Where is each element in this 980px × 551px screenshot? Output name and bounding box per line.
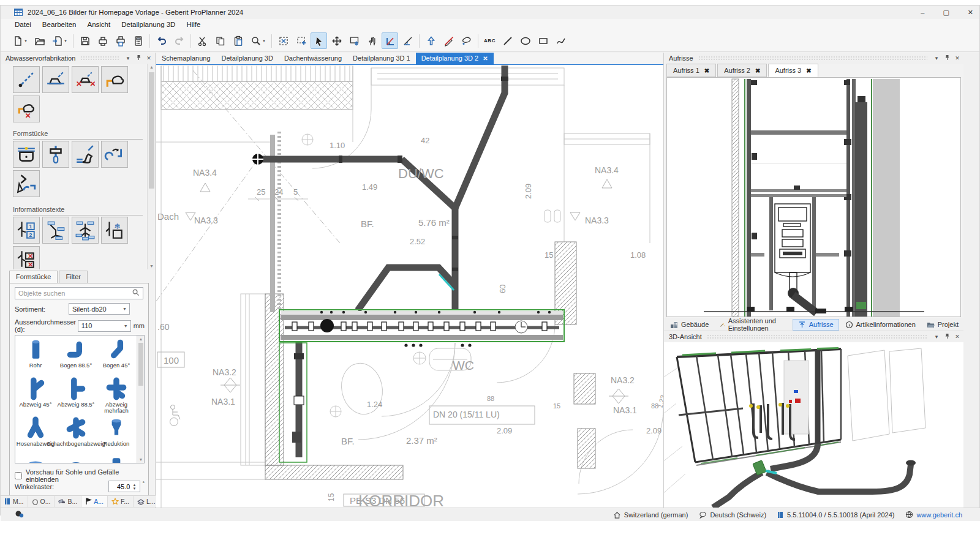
tab-detailplanung-3d-1[interactable]: Detailplanung 3D 1	[347, 53, 416, 64]
scrollbar-thumb[interactable]	[149, 72, 154, 189]
part-item-bogen-45-[interactable]: Bogen 45°	[96, 337, 137, 376]
dimension-tool-button[interactable]	[382, 32, 398, 49]
close-icon[interactable]: ✖	[806, 67, 811, 74]
part-item-drum[interactable]	[15, 454, 56, 463]
paste-button[interactable]	[230, 32, 246, 49]
pin-icon[interactable]	[943, 333, 951, 340]
close-icon[interactable]: ✕	[953, 334, 962, 340]
zoom-button[interactable]: ▾	[247, 32, 268, 49]
tab-a[interactable]: A...	[81, 496, 108, 507]
tool-trace-line-button[interactable]	[13, 66, 40, 93]
pan-sheet-button[interactable]	[346, 32, 363, 49]
status-language[interactable]: Deutsch (Schweiz)	[699, 511, 766, 519]
tool-verbindung-button[interactable]	[101, 141, 128, 168]
part-item-rohr[interactable]: Rohr	[15, 337, 56, 376]
spinner-arrows-icon[interactable]: ▲▼	[130, 483, 138, 490]
status-website-link[interactable]: www.geberit.ch	[916, 511, 962, 519]
status-website[interactable]: www.geberit.ch	[905, 511, 962, 519]
part-item-abzweig-45-[interactable]: Abzweig 45°	[15, 376, 56, 415]
diameter-select[interactable]: 110▼	[78, 320, 131, 332]
tool-duct-to-object-button[interactable]	[101, 66, 128, 93]
part-item-abzweig-mehrfach[interactable]: Abzweig mehrfach	[96, 376, 137, 415]
palette-scrollbar[interactable]: ▲ ▼	[147, 64, 155, 269]
chevron-down-icon[interactable]: ▾	[124, 55, 132, 61]
hatch-off-tool-button[interactable]	[440, 32, 457, 49]
tab-filter[interactable]: Filter	[59, 271, 87, 283]
part-item-abzweig-88-5-[interactable]: Abzweig 88.5°	[56, 376, 96, 415]
undo-button[interactable]	[153, 32, 170, 49]
polyline-tool-button[interactable]	[552, 32, 569, 49]
lasso-tool-button[interactable]	[458, 32, 475, 49]
rectangle-tool-button[interactable]	[535, 32, 551, 49]
tab-aufriss-1[interactable]: Aufriss 1✖	[666, 64, 716, 77]
scrollbar-thumb[interactable]	[138, 343, 143, 386]
copy-button[interactable]	[212, 32, 228, 49]
chevron-down-icon[interactable]: ▾	[932, 334, 941, 340]
scroll-up-icon[interactable]: ▲	[137, 337, 145, 341]
menu-detailplanung-3d[interactable]: Detailplanung 3D	[116, 20, 181, 29]
tab-o[interactable]: O...	[28, 496, 55, 507]
tab-detailplanung-3d[interactable]: Detailplanung 3D	[216, 53, 279, 64]
tab-m[interactable]: M...	[1, 496, 28, 507]
close-icon[interactable]: ✖	[704, 67, 709, 74]
tab-f[interactable]: F...	[108, 496, 134, 507]
open-button[interactable]	[31, 32, 48, 49]
scroll-down-icon[interactable]: ▼	[148, 264, 156, 268]
zoom-extents-button[interactable]	[275, 32, 292, 49]
save-button[interactable]	[77, 32, 93, 49]
tool-nummerierung-button[interactable]: 12	[13, 217, 40, 244]
tool-einzelanschluss-button[interactable]	[42, 141, 69, 168]
close-icon[interactable]: ✕	[145, 55, 153, 61]
tool-sammelanschluss-button[interactable]	[13, 141, 40, 168]
line-tool-button[interactable]	[499, 32, 516, 49]
menu-bearbeiten[interactable]: Bearbeiten	[37, 20, 82, 29]
print-button[interactable]	[94, 32, 111, 49]
panel-drag-area[interactable]	[80, 56, 119, 61]
menu-datei[interactable]: Datei	[9, 20, 37, 29]
minimize-button[interactable]: –	[921, 9, 924, 16]
ellipse-tool-button[interactable]	[517, 32, 533, 49]
tab-aufrisse[interactable]: Aufrisse	[793, 319, 839, 331]
part-item-schachtbogenabzweig[interactable]: Schachtbogenabzweig	[56, 415, 96, 454]
tool-anschlussbogen-button[interactable]	[72, 141, 99, 168]
tab-detailplanung-3d-2[interactable]: Detailplanung 3D 2✕	[416, 53, 494, 64]
menu-ansicht[interactable]: Ansicht	[81, 20, 116, 29]
tab-gebaeude[interactable]: Gebäude	[665, 320, 714, 330]
scroll-down-icon[interactable]: ▼	[137, 457, 145, 462]
plan-canvas[interactable]: 1.1042252451.49DU/WCNA3.4DachNA3.3NA3.4N…	[156, 66, 663, 508]
slope-tool-button[interactable]	[399, 32, 416, 49]
tab-aufriss-3[interactable]: Aufriss 3✖	[768, 64, 818, 77]
part-item-hosenabzweig[interactable]: Hosenabzweig	[15, 415, 56, 454]
panel-drag-area[interactable]	[707, 334, 927, 339]
tab-assistenten[interactable]: Assistenten und Einstellungen	[715, 316, 791, 333]
print-preview-button[interactable]	[112, 32, 129, 49]
tool-beschriftung-alle-button[interactable]	[72, 217, 99, 244]
tool-umlenkung-button[interactable]	[13, 170, 40, 197]
hand-tool-button[interactable]	[364, 32, 380, 49]
part-item-ring[interactable]	[56, 454, 96, 463]
tool-beschriftung-button[interactable]	[42, 217, 69, 244]
aufriss-drawing[interactable]	[666, 77, 961, 317]
parts-scrollbar[interactable]: ▲ ▼	[137, 335, 144, 463]
tool-object-disconnect-button[interactable]: ✕✕	[72, 66, 99, 93]
part-item-reduktion[interactable]: Reduktion	[96, 415, 137, 454]
maximize-button[interactable]: ▢	[943, 9, 949, 17]
tool-eigenschaften-text-button[interactable]: ❄	[101, 217, 128, 244]
part-item-teebig[interactable]	[96, 454, 137, 463]
3d-drawing[interactable]	[664, 342, 963, 508]
tool-text-entfernen-button[interactable]: ✕✕	[13, 246, 40, 269]
panel-drag-area[interactable]	[698, 56, 927, 61]
search-icon[interactable]	[132, 288, 143, 299]
pin-icon[interactable]	[943, 54, 951, 62]
move-tool-button[interactable]	[328, 32, 345, 49]
new-document-button[interactable]: ▾	[9, 32, 30, 49]
part-item-bogen-88-5-[interactable]: Bogen 88.5°	[56, 337, 96, 376]
import-document-button[interactable]: ▾	[49, 32, 70, 49]
tab-aufriss-2[interactable]: Aufriss 2✖	[717, 64, 767, 77]
search-input[interactable]	[15, 290, 132, 297]
tab-projekt[interactable]: Projekt	[922, 320, 963, 330]
chevron-down-icon[interactable]: ▾	[932, 55, 941, 61]
tool-duct-remove-button[interactable]: ✕	[13, 96, 40, 122]
tab-formstuecke[interactable]: Formstücke	[9, 271, 58, 283]
calculator-button[interactable]	[130, 32, 146, 49]
